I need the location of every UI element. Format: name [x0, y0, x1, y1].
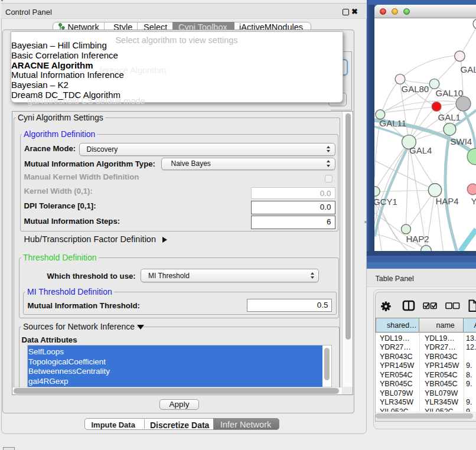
svg-text:GCY1: GCY1 [374, 197, 397, 207]
svg-text:GAL1: GAL1 [438, 112, 460, 122]
svg-text:HAP2: HAP2 [406, 234, 429, 244]
svg-text:GAL7: GAL7 [460, 64, 476, 74]
svg-text:GAL10: GAL10 [435, 87, 463, 97]
svg-text:HAP4: HAP4 [435, 195, 458, 206]
svg-text:SWI4: SWI4 [450, 136, 472, 146]
svg-text:GAL11: GAL11 [379, 118, 406, 128]
svg-text:GAL4: GAL4 [409, 145, 432, 155]
svg-text:GAL80: GAL80 [401, 83, 429, 93]
svg-text:Y: Y [471, 195, 476, 206]
